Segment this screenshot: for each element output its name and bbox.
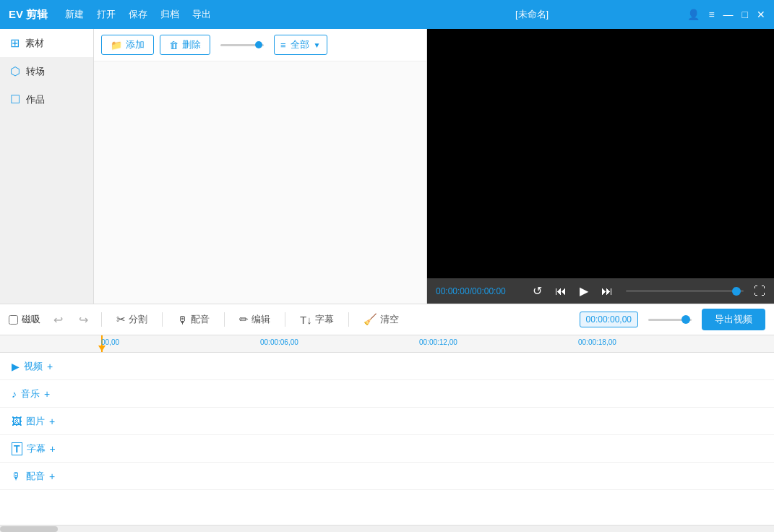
voiceover-track-label: 配音 <box>26 470 45 483</box>
ruler-tick-0: 00,00 <box>101 338 119 346</box>
image-add-button[interactable]: + <box>49 416 55 427</box>
track-video: ▶ 视频 + <box>0 353 774 380</box>
preview-controls: 00:00:00/00:00:00 ↺ ⏮ ▶ ⏭ ⛶ <box>427 278 774 304</box>
volume-slider[interactable] <box>648 319 692 321</box>
add-button[interactable]: 📁 添加 <box>101 35 154 55</box>
subtitle-icon: T↓ <box>300 314 312 326</box>
sidebar-item-work[interactable]: ☐ 作品 <box>0 85 93 113</box>
size-slider[interactable] <box>220 44 264 46</box>
sidebar-label-work: 作品 <box>26 93 45 106</box>
sidebar-item-material[interactable]: ⊞ 素材 <box>0 29 93 57</box>
voiceover-track-content <box>101 463 774 489</box>
scrollbar-thumb[interactable] <box>0 526 58 532</box>
window-controls: 👤 ≡ — □ ✕ <box>687 9 765 20</box>
window-title: [未命名] <box>377 8 688 21</box>
music-track-icon: ♪ <box>12 388 17 400</box>
user-icon[interactable]: 👤 <box>687 9 700 20</box>
track-image: 🖼 图片 + <box>0 408 774 435</box>
music-track-label: 音乐 <box>21 387 40 400</box>
music-add-button[interactable]: + <box>44 388 50 400</box>
timeline-tracks: ▶ 视频 + ♪ 音乐 + 🖼 图片 + <box>0 353 774 525</box>
voiceover-add-button[interactable]: + <box>49 471 55 482</box>
timeline-area: 00,00 00:00:06,00 00:00:12,00 00:00:18,0… <box>0 335 774 532</box>
subtitle-track-icon: T <box>12 442 22 455</box>
loop-button[interactable]: ↺ <box>530 283 545 299</box>
material-icon: ⊞ <box>10 36 20 50</box>
track-subtitle: T 字幕 + <box>0 435 774 463</box>
video-add-button[interactable]: + <box>47 361 53 372</box>
delete-button[interactable]: 🗑 删除 <box>160 35 210 55</box>
track-label-voiceover: 🎙 配音 + <box>0 470 101 483</box>
preview-volume-slider[interactable] <box>623 290 747 292</box>
menu-open[interactable]: 打开 <box>97 8 116 21</box>
image-track-icon: 🖼 <box>12 416 22 427</box>
image-track-label: 图片 <box>26 415 45 428</box>
video-preview <box>427 29 774 278</box>
media-library: 📁 添加 🗑 删除 ≡ 全部 ▼ <box>94 29 427 304</box>
magnet-label: 磁吸 <box>22 313 40 326</box>
subtitle-add-button[interactable]: + <box>50 443 56 455</box>
magnet-checkbox[interactable] <box>9 315 18 325</box>
ruler-tick-6: 00:00:06,00 <box>260 338 298 346</box>
add-icon: 📁 <box>111 40 122 51</box>
settings-icon[interactable]: ≡ <box>708 9 714 20</box>
timeline-toolbar: 磁吸 ↩ ↪ ✂ 分割 🎙 配音 ✏ 编辑 T↓ 字幕 🧹 清空 00:00:0… <box>0 304 774 335</box>
mic-icon: 🎙 <box>177 314 188 326</box>
track-label-image: 🖼 图片 + <box>0 415 101 428</box>
restore-button[interactable]: □ <box>742 9 748 20</box>
sidebar-label-transition: 转场 <box>26 65 45 78</box>
top-panel: ⊞ 素材 ⬡ 转场 ☐ 作品 📁 添加 🗑 删除 <box>0 29 774 304</box>
audio-button[interactable]: 🎙 配音 <box>173 311 214 328</box>
voiceover-track-icon: 🎙 <box>12 471 22 482</box>
preview-panel: 00:00:00/00:00:00 ↺ ⏮ ▶ ⏭ ⛶ <box>427 29 774 304</box>
subtitle-button[interactable]: T↓ 字幕 <box>296 311 338 328</box>
time-display: 00:00:00/00:00:00 <box>436 286 523 296</box>
menu-export[interactable]: 导出 <box>192 8 211 21</box>
minimize-button[interactable]: — <box>723 9 734 20</box>
magnet-checkbox-area[interactable]: 磁吸 <box>9 313 40 326</box>
next-button[interactable]: ⏭ <box>598 283 616 299</box>
transition-icon: ⬡ <box>10 64 20 78</box>
export-button[interactable]: 导出视频 <box>702 309 765 330</box>
filter-icon: ≡ <box>280 40 286 51</box>
app-logo: EV 剪辑 <box>9 8 48 22</box>
video-track-icon: ▶ <box>12 361 20 372</box>
menu-bar: 新建 打开 保存 归档 导出 <box>65 8 377 21</box>
delete-icon: 🗑 <box>169 40 179 51</box>
image-track-content <box>101 408 774 434</box>
separator-5 <box>348 312 349 327</box>
menu-new[interactable]: 新建 <box>65 8 84 21</box>
edit-icon: ✏ <box>239 313 249 326</box>
separator-1 <box>101 312 102 327</box>
play-button[interactable]: ▶ <box>577 283 591 299</box>
sidebar-label-material: 素材 <box>25 37 44 50</box>
playhead-triangle <box>98 346 106 351</box>
media-toolbar: 📁 添加 🗑 删除 ≡ 全部 ▼ <box>94 29 426 61</box>
split-button[interactable]: ✂ 分割 <box>112 311 152 328</box>
prev-button[interactable]: ⏮ <box>552 283 569 299</box>
menu-save[interactable]: 保存 <box>129 8 147 21</box>
close-button[interactable]: ✕ <box>757 9 765 20</box>
chevron-down-icon: ▼ <box>314 41 321 49</box>
track-voiceover: 🎙 配音 + <box>0 463 774 490</box>
track-label-video: ▶ 视频 + <box>0 360 101 373</box>
fullscreen-button[interactable]: ⛶ <box>754 285 765 298</box>
video-track-content <box>101 353 774 379</box>
clear-button[interactable]: 🧹 清空 <box>359 311 403 328</box>
redo-button[interactable]: ↪ <box>76 312 91 328</box>
clear-icon: 🧹 <box>364 313 377 326</box>
menu-archive[interactable]: 归档 <box>160 8 179 21</box>
undo-button[interactable]: ↩ <box>51 312 66 328</box>
filter-dropdown[interactable]: ≡ 全部 ▼ <box>274 35 327 55</box>
timeline-scrollbar[interactable] <box>0 525 774 532</box>
ruler-tick-18: 00:00:18,00 <box>578 338 616 346</box>
ruler-tick-12: 00:00:12,00 <box>419 338 457 346</box>
separator-2 <box>162 312 163 327</box>
separator-4 <box>285 312 285 327</box>
title-bar: EV 剪辑 新建 打开 保存 归档 导出 [未命名] 👤 ≡ — □ ✕ <box>0 0 774 29</box>
separator-3 <box>224 312 225 327</box>
edit-button[interactable]: ✏ 编辑 <box>235 311 275 328</box>
track-music: ♪ 音乐 + <box>0 380 774 408</box>
music-track-content <box>101 380 774 407</box>
sidebar-item-transition[interactable]: ⬡ 转场 <box>0 57 93 85</box>
